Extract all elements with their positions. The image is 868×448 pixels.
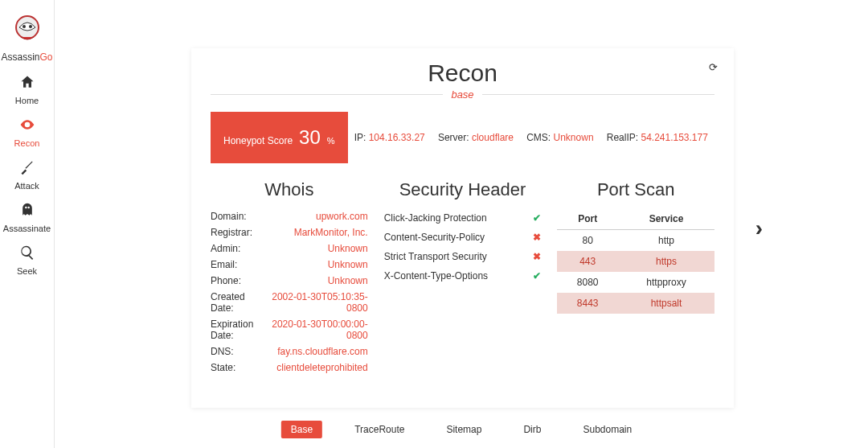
info-server: Server: cloudflare [438, 132, 514, 143]
port-row: 80http [557, 230, 714, 252]
recon-card: ⟳ Recon base Honeypot Score 30% IP: 104.… [191, 48, 734, 408]
whois-row: Expiration Date:2020-01-30T00:00:00-0800 [211, 316, 368, 343]
nav-home[interactable]: Home [3, 74, 51, 105]
port-row: 8443httpsalt [557, 293, 714, 314]
tab-sitemap[interactable]: Sitemap [436, 421, 491, 438]
tab-dirb[interactable]: Dirb [514, 421, 551, 438]
security-row: Content-Security-Policy✖ [384, 228, 542, 247]
cross-icon: ✖ [533, 251, 541, 262]
main-area: ⟳ Recon base Honeypot Score 30% IP: 104.… [55, 0, 868, 448]
whois-row: Created Date:2002-01-30T05:10:35-0800 [211, 289, 368, 316]
svg-point-2 [29, 25, 32, 28]
whois-row: DNS:fay.ns.cloudflare.com [211, 343, 368, 360]
whois-row: Email:Unknown [211, 257, 368, 273]
svg-point-1 [23, 25, 26, 28]
nav-assassinate[interactable]: Assassinate [3, 202, 51, 233]
tab-subdomain[interactable]: Subdomain [573, 421, 641, 438]
whois-row: Domain:upwork.com [211, 208, 368, 224]
port-row: 443https [557, 251, 714, 272]
bottom-tabs: BaseTraceRouteSitemapDirbSubdomain [281, 421, 641, 438]
knife-icon [19, 159, 35, 179]
brand-text: AssassinGo [1, 51, 52, 63]
security-row: X-Content-Type-Options✔ [384, 266, 542, 286]
nav-attack[interactable]: Attack [3, 159, 51, 191]
ghost-icon [19, 202, 35, 222]
check-icon: ✔ [533, 270, 541, 282]
port-row: 8080httpproxy [557, 272, 714, 293]
sidebar: AssassinGo HomeReconAttackAssassinateSee… [0, 0, 55, 448]
honeypot-score: Honeypot Score 30% [211, 112, 348, 163]
whois-row: State:clientdeleteprohibited [211, 360, 368, 376]
tab-base[interactable]: Base [281, 421, 322, 438]
next-arrow-icon[interactable]: › [755, 216, 763, 241]
security-row: Strict Transport Security✖ [384, 247, 542, 266]
whois-row: Phone:Unknown [211, 273, 368, 289]
info-ip: IP: 104.16.33.27 [354, 132, 425, 143]
info-cms: CMS: Unknown [526, 132, 593, 143]
nav-recon[interactable]: Recon [3, 117, 51, 148]
tab-traceroute[interactable]: TraceRoute [345, 421, 414, 438]
home-icon [19, 74, 35, 94]
refresh-icon[interactable]: ⟳ [709, 61, 718, 73]
whois-row: Registrar:MarkMonitor, Inc. [211, 224, 368, 240]
whois-row: Admin:Unknown [211, 240, 368, 257]
info-realip: RealIP: 54.241.153.177 [607, 132, 708, 143]
page-title: Recon [211, 60, 714, 87]
subtitle-row: base [211, 88, 714, 101]
search-icon [19, 245, 35, 265]
app-logo [8, 10, 47, 48]
cross-icon: ✖ [533, 232, 541, 243]
security-panel: Security Header Click-Jacking Protection… [384, 179, 542, 376]
whois-panel: Whois Domain:upwork.comRegistrar:MarkMon… [211, 179, 368, 376]
info-row: Honeypot Score 30% IP: 104.16.33.27 Serv… [211, 112, 714, 163]
nav-seek[interactable]: Seek [3, 245, 51, 276]
check-icon: ✔ [533, 212, 541, 224]
eye-icon [18, 117, 36, 137]
security-row: Click-Jacking Protection✔ [384, 208, 542, 228]
portscan-panel: Port Scan PortService 80http443https8080… [557, 179, 714, 376]
